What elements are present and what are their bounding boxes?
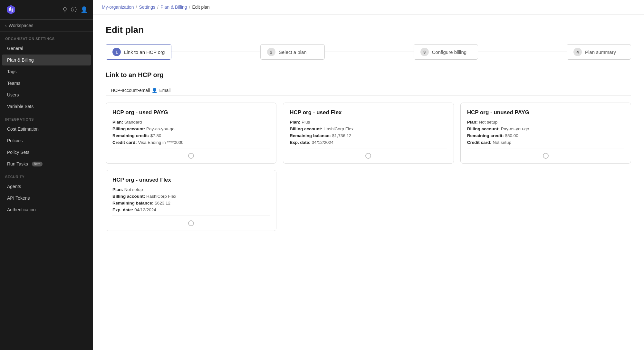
hcp-card-2-remaining-value: $50.00	[505, 133, 518, 138]
hcp-card-1-radio-area[interactable]	[290, 148, 447, 163]
sidebar-item-api-tokens[interactable]: API Tokens	[2, 193, 91, 204]
hcp-card-3[interactable]: HCP org - unused Flex Plan: Not setup Bi…	[106, 170, 276, 231]
hcp-card-3-extra-label: Exp. date:	[112, 207, 133, 212]
main-content: My-organization / Settings / Plan & Bill…	[93, 0, 644, 350]
sidebar-item-plan-billing[interactable]: Plan & Billing	[2, 55, 91, 65]
cards-grid-row2: HCP org - unused Flex Plan: Not setup Bi…	[106, 170, 631, 231]
hcp-card-1-extra-value: 04/12/2024	[312, 140, 334, 145]
breadcrumb-plan-billing[interactable]: Plan & Billing	[160, 5, 187, 10]
hcp-card-3-radio-area[interactable]	[112, 215, 270, 231]
sidebar-item-teams[interactable]: Teams	[2, 78, 91, 89]
breadcrumb-sep-2: /	[157, 5, 159, 10]
hcp-card-1-billing-value: HashiCorp Flex	[323, 126, 353, 131]
hcp-card-1-remaining-value: $1,736.12	[332, 133, 351, 138]
hcp-card-3-extra-value: 04/12/2024	[134, 207, 156, 212]
hcp-card-1-radio[interactable]	[365, 153, 371, 159]
sidebar-item-tags[interactable]: Tags	[2, 66, 91, 77]
hcp-card-1-billing: Billing account: HashiCorp Flex	[290, 126, 447, 131]
account-tab-sublabel: Email	[159, 88, 170, 93]
hcp-card-0-billing: Billing account: Pay-as-you-go	[112, 126, 270, 131]
hcp-card-0-remaining-label: Remaining credit:	[112, 133, 149, 138]
hcp-card-2-extra: Credit card: Not setup	[467, 140, 624, 145]
hcp-card-2-radio[interactable]	[543, 153, 549, 159]
sidebar-item-run-tasks-label: Run Tasks	[7, 161, 28, 166]
hcp-card-1-remaining-label: Remaining balance:	[290, 133, 331, 138]
sidebar-item-general[interactable]: General	[2, 43, 91, 54]
help-icon[interactable]: ⓘ	[71, 6, 77, 14]
step-1-label: Link to an HCP org	[124, 49, 165, 55]
sidebar-item-variable-sets[interactable]: Variable Sets	[2, 101, 91, 112]
step-2[interactable]: 2 Select a plan	[260, 44, 325, 60]
breadcrumb-current: Edit plan	[192, 5, 209, 10]
step-connector-2	[325, 52, 414, 52]
cards-grid-row1: HCP org - used PAYG Plan: Standard Billi…	[106, 103, 631, 164]
sidebar-item-authentication[interactable]: Authentication	[2, 204, 91, 215]
breadcrumb-org[interactable]: My-organization	[102, 5, 134, 10]
hcp-card-1-plan: Plan: Plus	[290, 120, 447, 125]
hcp-card-2-extra-label: Credit card:	[467, 140, 492, 145]
hcp-card-3-plan-label: Plan:	[112, 187, 123, 192]
step-connector-3	[478, 52, 567, 52]
hcp-card-1-billing-label: Billing account:	[290, 126, 322, 131]
account-tab-email[interactable]: HCP-account-email 👤 Email	[106, 85, 176, 96]
hcp-card-0-remaining-value: $7.80	[150, 133, 161, 138]
sidebar-item-policies-label: Policies	[7, 138, 23, 143]
sidebar-item-general-label: General	[7, 46, 23, 51]
hcp-card-0[interactable]: HCP org - used PAYG Plan: Standard Billi…	[106, 103, 276, 164]
hcp-card-0-radio[interactable]	[188, 153, 194, 159]
hcp-card-3-plan-value: Not setup	[124, 187, 143, 192]
hcp-card-3-billing-label: Billing account:	[112, 194, 145, 199]
hcp-card-3-extra: Exp. date: 04/12/2024	[112, 207, 270, 212]
chevron-left-icon: ‹	[5, 23, 7, 28]
hcp-card-2-remaining: Remaining credit: $50.00	[467, 133, 624, 138]
breadcrumb-settings[interactable]: Settings	[139, 5, 156, 10]
user-icon[interactable]: 👤	[81, 6, 88, 13]
sidebar-item-cost-estimation[interactable]: Cost Estimation	[2, 124, 91, 135]
workspaces-link[interactable]: ‹ Workspaces	[0, 20, 93, 32]
step-4-number: 4	[573, 48, 582, 56]
hcp-card-2-billing-label: Billing account:	[467, 126, 500, 131]
sidebar-item-run-tasks[interactable]: Run Tasks Beta	[2, 158, 91, 169]
sidebar-item-policies[interactable]: Policies	[2, 135, 91, 146]
app-logo-icon	[5, 4, 17, 15]
hcp-card-3-title: HCP org - unused Flex	[112, 177, 270, 183]
hcp-card-2-radio-area[interactable]	[467, 148, 624, 163]
hcp-card-1[interactable]: HCP org - used Flex Plan: Plus Billing a…	[283, 103, 454, 164]
step-connector-1	[171, 52, 260, 52]
sidebar-item-variable-sets-label: Variable Sets	[7, 104, 34, 109]
breadcrumb-sep-3: /	[189, 5, 190, 10]
step-1[interactable]: 1 Link to an HCP org	[106, 44, 171, 60]
sidebar-item-policy-sets[interactable]: Policy Sets	[2, 147, 91, 158]
step-4[interactable]: 4 Plan summary	[567, 44, 631, 60]
hcp-card-3-radio[interactable]	[188, 220, 194, 226]
page-content: Edit plan 1 Link to an HCP org 2 Select …	[93, 15, 644, 350]
hcp-card-2-extra-value: Not setup	[493, 140, 511, 145]
hcp-card-3-remaining-value: $623.12	[155, 201, 170, 205]
breadcrumb-sep-1: /	[136, 5, 137, 10]
search-icon[interactable]: ⚲	[63, 6, 67, 13]
sidebar-item-tags-label: Tags	[7, 69, 17, 74]
sidebar-item-teams-label: Teams	[7, 81, 20, 86]
breadcrumb: My-organization / Settings / Plan & Bill…	[102, 5, 210, 10]
hcp-card-0-extra: Credit card: Visa Ending in ****0000	[112, 140, 270, 145]
sidebar-item-users[interactable]: Users	[2, 89, 91, 100]
hcp-card-0-plan-label: Plan:	[112, 120, 123, 125]
hcp-card-2-billing: Billing account: Pay-as-you-go	[467, 126, 624, 131]
account-tabs: HCP-account-email 👤 Email	[106, 85, 631, 96]
step-3[interactable]: 3 Configure billing	[414, 44, 478, 60]
sidebar-header: ⚲ ⓘ 👤	[0, 0, 93, 20]
account-tab-label: HCP-account-email	[111, 88, 150, 93]
logo	[5, 4, 17, 15]
hcp-card-1-extra: Exp. date: 04/12/2024	[290, 140, 447, 145]
step-1-number: 1	[112, 48, 121, 56]
sidebar-top-icons: ⚲ ⓘ 👤	[63, 6, 88, 14]
sidebar-item-agents[interactable]: Agents	[2, 181, 91, 192]
hcp-card-3-billing: Billing account: HashiCorp Flex	[112, 194, 270, 199]
hcp-card-1-extra-label: Exp. date:	[290, 140, 311, 145]
hcp-card-3-remaining-label: Remaining balance:	[112, 201, 154, 205]
hcp-card-1-remaining: Remaining balance: $1,736.12	[290, 133, 447, 138]
hcp-card-2[interactable]: HCP org - unused PAYG Plan: Not setup Bi…	[460, 103, 631, 164]
hcp-card-0-plan-value: Standard	[124, 120, 142, 125]
hcp-card-0-radio-area[interactable]	[112, 148, 270, 163]
sidebar-item-api-tokens-label: API Tokens	[7, 195, 30, 201]
